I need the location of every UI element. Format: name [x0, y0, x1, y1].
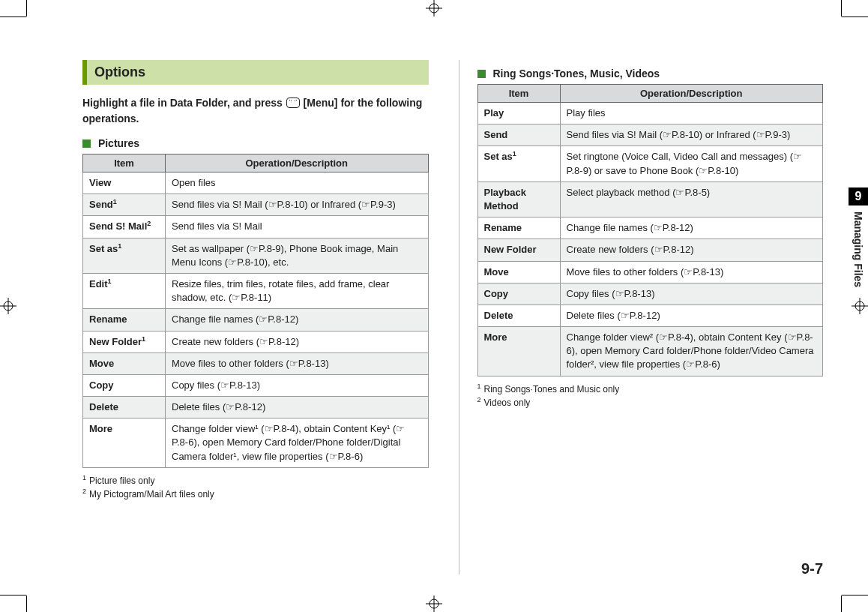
desc-cell: Open files — [166, 172, 429, 194]
section-title: Options — [94, 64, 145, 80]
table-row: ViewOpen files — [83, 172, 429, 194]
footnote: 1Picture files only — [82, 474, 429, 488]
desc-cell: Resize files, trim files, rotate files, … — [166, 273, 429, 308]
table-row: Set as1Set as wallpaper (☞P.8-9), Phone … — [83, 238, 429, 273]
table-row: Playback MethodSelect playback method (☞… — [477, 182, 823, 217]
desc-cell: Move files to other folders (☞P.8-13) — [166, 352, 429, 374]
item-cell: Set as1 — [477, 146, 560, 182]
pictures-heading-text: Pictures — [98, 137, 139, 149]
table-row: RenameChange file names (☞P.8-12) — [477, 218, 823, 239]
crop-mark — [841, 0, 842, 16]
desc-cell: Delete files (☞P.8-12) — [166, 397, 429, 418]
item-cell: Delete — [477, 304, 560, 326]
pictures-footnotes: 1Picture files only2My Pictogram/Mail Ar… — [82, 474, 429, 501]
footnote: 2Videos only — [477, 396, 824, 410]
table-row: Send S! Mail2Send files via S! Mail — [83, 216, 429, 238]
side-tab: 9 Managing Files — [849, 188, 868, 296]
table-row: New Folder1Create new folders (☞P.8-12) — [83, 331, 429, 352]
item-cell: More — [477, 327, 560, 376]
item-cell: Delete — [83, 397, 166, 418]
desc-cell: Play files — [560, 103, 823, 124]
desc-cell: Change file names (☞P.8-12) — [560, 218, 823, 239]
footnote: 2My Pictogram/Mail Art files only — [82, 488, 429, 501]
footnote: 1Ring Songs·Tones and Music only — [477, 382, 824, 396]
page-body: Options Highlight a file in Data Folder,… — [82, 60, 823, 574]
item-cell: Playback Method — [477, 182, 560, 217]
desc-cell: Delete files (☞P.8-12) — [560, 304, 823, 326]
section-title-bar: Options — [82, 60, 429, 85]
desc-cell: Select playback method (☞P.8-5) — [560, 182, 823, 217]
item-cell: Move — [477, 261, 560, 283]
table-row: CopyCopy files (☞P.8-13) — [477, 283, 823, 304]
ring-footnotes: 1Ring Songs·Tones and Music only2Videos … — [477, 382, 824, 410]
item-cell: Copy — [83, 374, 166, 396]
desc-cell: Move files to other folders (☞P.8-13) — [560, 261, 823, 283]
item-cell: Edit1 — [83, 273, 166, 308]
th-desc: Operation/Description — [560, 85, 823, 103]
item-cell: Rename — [477, 218, 560, 239]
th-item: Item — [83, 154, 166, 172]
desc-cell: Send files via S! Mail (☞P.8-10) or Infr… — [166, 194, 429, 216]
crop-mark — [0, 16, 26, 17]
item-cell: View — [83, 172, 166, 194]
crop-mark — [841, 596, 842, 612]
desc-cell: Send files via S! Mail — [166, 216, 429, 238]
intro-menu: [Menu] — [304, 97, 338, 109]
desc-cell: Create new folders (☞P.8-12) — [166, 331, 429, 352]
chapter-number: 9 — [849, 188, 868, 206]
pictures-heading: Pictures — [82, 137, 429, 149]
table-row: DeleteDelete files (☞P.8-12) — [477, 304, 823, 326]
table-row: New FolderCreate new folders (☞P.8-12) — [477, 239, 823, 261]
table-row: Edit1Resize files, trim files, rotate fi… — [83, 273, 429, 308]
intro-before: Highlight a file in Data Folder, and pre… — [82, 97, 286, 109]
item-cell: Play — [477, 103, 560, 124]
pictures-table: Item Operation/Description ViewOpen file… — [82, 154, 429, 468]
item-cell: More — [83, 418, 166, 468]
item-cell: Set as1 — [83, 238, 166, 273]
table-row: MoveMove files to other folders (☞P.8-13… — [83, 352, 429, 374]
crop-mark — [842, 595, 868, 596]
item-cell: Send1 — [83, 194, 166, 216]
ring-heading: Ring Songs·Tones, Music, Videos — [477, 68, 824, 80]
item-cell: Copy — [477, 283, 560, 304]
desc-cell: Create new folders (☞P.8-12) — [560, 239, 823, 261]
table-row: PlayPlay files — [477, 103, 823, 124]
right-column: Ring Songs·Tones, Music, Videos Item Ope… — [459, 60, 824, 574]
square-bullet-icon — [477, 70, 486, 78]
desc-cell: Change folder view² (☞P.8-4), obtain Con… — [560, 327, 823, 376]
crop-mark — [842, 16, 868, 17]
desc-cell: Send files via S! Mail (☞P.8-10) or Infr… — [560, 124, 823, 146]
square-bullet-icon — [82, 140, 91, 148]
table-row: Send1Send files via S! Mail (☞P.8-10) or… — [83, 194, 429, 216]
table-row: SendSend files via S! Mail (☞P.8-10) or … — [477, 124, 823, 146]
item-cell: New Folder — [477, 239, 560, 261]
item-cell: Move — [83, 352, 166, 374]
left-column: Options Highlight a file in Data Folder,… — [82, 60, 429, 574]
mail-icon — [286, 98, 300, 108]
table-row: DeleteDelete files (☞P.8-12) — [83, 397, 429, 418]
crop-mark — [26, 596, 27, 612]
registration-mark — [426, 0, 442, 16]
desc-cell: Set as wallpaper (☞P.8-9), Phone Book im… — [166, 238, 429, 273]
chapter-label: Managing Files — [849, 206, 867, 293]
item-cell: Rename — [83, 309, 166, 331]
desc-cell: Change folder view¹ (☞P.8-4), obtain Con… — [166, 418, 429, 468]
table-row: Set as1Set ringtone (Voice Call, Video C… — [477, 146, 823, 182]
intro-text: Highlight a file in Data Folder, and pre… — [82, 95, 429, 127]
registration-mark — [0, 298, 16, 314]
desc-cell: Copy files (☞P.8-13) — [560, 283, 823, 304]
desc-cell: Change file names (☞P.8-12) — [166, 309, 429, 331]
desc-cell: Set ringtone (Voice Call, Video Call and… — [560, 146, 823, 182]
crop-mark — [0, 595, 26, 596]
crop-mark — [26, 0, 27, 16]
table-row: MoveMove files to other folders (☞P.8-13… — [477, 261, 823, 283]
table-row: MoreChange folder view¹ (☞P.8-4), obtain… — [83, 418, 429, 468]
table-row: RenameChange file names (☞P.8-12) — [83, 309, 429, 331]
item-cell: Send S! Mail2 — [83, 216, 166, 238]
th-item: Item — [477, 85, 560, 103]
registration-mark — [852, 298, 868, 314]
table-row: MoreChange folder view² (☞P.8-4), obtain… — [477, 327, 823, 376]
desc-cell: Copy files (☞P.8-13) — [166, 374, 429, 396]
ring-table: Item Operation/Description PlayPlay file… — [477, 84, 824, 376]
th-desc: Operation/Description — [166, 154, 429, 172]
